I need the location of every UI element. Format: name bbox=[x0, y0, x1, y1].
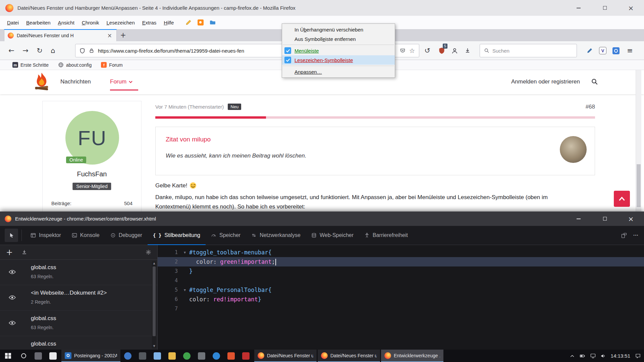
new-stylesheet-button[interactable]: + bbox=[6, 248, 13, 256]
tab-console[interactable]: Konsole bbox=[66, 226, 105, 245]
lock-icon[interactable] bbox=[89, 48, 94, 53]
fold-arrow-icon[interactable]: ▾ bbox=[180, 285, 189, 295]
notification-center-icon[interactable] bbox=[635, 353, 641, 358]
code-line[interactable]: 5 ▾ #toggle_PersonalToolbar{ bbox=[158, 285, 644, 295]
sidebar-scrollbar[interactable]: ▲ ▼ bbox=[152, 261, 156, 348]
edit-pencil-icon[interactable] bbox=[583, 44, 596, 57]
extension-v-icon[interactable]: V bbox=[596, 44, 609, 57]
scroll-to-top-button[interactable] bbox=[614, 191, 630, 207]
browser-scrollbar[interactable] bbox=[636, 70, 641, 212]
post-number[interactable]: #68 bbox=[586, 104, 595, 110]
taskbar-app-icon[interactable] bbox=[224, 350, 238, 362]
tab-close-icon[interactable]: × bbox=[106, 32, 113, 39]
maximize-button[interactable] bbox=[592, 212, 618, 226]
meatball-menu-icon[interactable]: ••• bbox=[634, 234, 639, 237]
stylesheet-item[interactable]: <in Webseite…Dokument #2> 2 Regeln. bbox=[0, 285, 157, 311]
code-line-active[interactable]: 2 color: green!important; bbox=[158, 257, 644, 266]
account-icon[interactable] bbox=[448, 44, 461, 57]
visibility-eye-icon[interactable] bbox=[9, 321, 16, 325]
back-button[interactable]: ← bbox=[5, 44, 18, 57]
taskbar-button-outlook[interactable]: O Posteingang - 2002An… bbox=[61, 350, 120, 362]
menu-item-move-to-overflow[interactable]: In Überhangmenü verschieben bbox=[282, 25, 395, 34]
username[interactable]: FuchsFan bbox=[43, 170, 141, 178]
taskbar-app-icon[interactable] bbox=[194, 350, 209, 362]
scroll-up-arrow[interactable]: ▲ bbox=[152, 262, 156, 265]
menu-ansicht[interactable]: Ansicht bbox=[54, 18, 78, 27]
quoted-user-avatar[interactable] bbox=[560, 136, 587, 163]
close-button[interactable]: × bbox=[618, 212, 644, 226]
tab-memory[interactable]: Speicher bbox=[206, 226, 246, 245]
volume-icon[interactable] bbox=[601, 353, 606, 358]
import-stylesheet-icon[interactable] bbox=[21, 249, 27, 255]
scrollbar-thumb[interactable] bbox=[153, 266, 156, 336]
menu-lesezeichen[interactable]: Lesezeichen bbox=[103, 18, 139, 27]
menu-hilfe[interactable]: Hilfe bbox=[160, 18, 177, 27]
site-nav-forum[interactable]: Forum bbox=[110, 78, 132, 85]
menu-item-remove-from-toolbar[interactable]: Aus Symbolleiste entfernen bbox=[282, 34, 395, 44]
maximize-button[interactable] bbox=[592, 0, 618, 16]
taskbar-app-icon[interactable] bbox=[179, 350, 194, 362]
taskbar-app-icon[interactable] bbox=[31, 350, 46, 362]
hamburger-menu-icon[interactable]: ≡ bbox=[623, 44, 637, 57]
menu-bearbeiten[interactable]: Bearbeiten bbox=[22, 18, 54, 27]
responsive-mode-icon[interactable] bbox=[621, 233, 627, 238]
code-line[interactable]: 7 bbox=[158, 304, 644, 313]
taskbar-app-icon[interactable] bbox=[150, 350, 165, 362]
taskbar-app-icon[interactable] bbox=[238, 350, 253, 362]
taskbar-app-icon[interactable] bbox=[135, 350, 150, 362]
orange-toolbar-icon[interactable] bbox=[198, 19, 204, 25]
campfire-logo[interactable] bbox=[33, 72, 50, 92]
tab-network[interactable]: Netzwerkanalyse bbox=[246, 226, 306, 245]
login-link[interactable]: Anmelden oder registrieren bbox=[511, 78, 580, 85]
visibility-eye-icon[interactable] bbox=[9, 295, 16, 300]
menu-chronik[interactable]: Chronik bbox=[78, 18, 103, 27]
forward-button[interactable]: → bbox=[19, 44, 32, 57]
folder-icon[interactable] bbox=[210, 19, 216, 25]
network-icon[interactable] bbox=[590, 353, 596, 358]
stylesheet-item[interactable]: global.css 63 Regeln. bbox=[0, 260, 157, 285]
menu-extras[interactable]: Extras bbox=[139, 18, 160, 27]
css-code-editor[interactable]: 1 ▾ #toggle_toolbar-menubar{ 2 color: gr… bbox=[158, 245, 644, 350]
taskbar-app-icon[interactable] bbox=[209, 350, 224, 362]
download-icon[interactable] bbox=[461, 44, 474, 57]
taskbar-button-devtools[interactable]: Entwicklerwerkzeuge … bbox=[381, 350, 443, 362]
history-icon[interactable]: ↺ bbox=[421, 44, 434, 57]
scrollbar-thumb[interactable] bbox=[637, 164, 641, 207]
code-line[interactable]: 6 color: red!important} bbox=[158, 295, 644, 304]
taskbar-button-firefox-2[interactable]: Datei/Neues Fenster u… bbox=[318, 350, 380, 362]
bookmark-forum[interactable]: f Forum bbox=[97, 62, 126, 68]
visibility-eye-icon[interactable] bbox=[9, 270, 16, 274]
posts-count[interactable]: 504 bbox=[124, 200, 132, 206]
minimize-button[interactable] bbox=[566, 212, 592, 226]
container-icon[interactable] bbox=[609, 44, 623, 57]
tracking-shield-icon[interactable] bbox=[79, 48, 85, 54]
tab-inspector[interactable]: Inspektor bbox=[25, 226, 66, 245]
bookmark-erste-schritte[interactable]: m Erste Schritte bbox=[9, 62, 52, 68]
tab-debugger[interactable]: Debugger bbox=[105, 226, 148, 245]
menu-item-customize[interactable]: Anpassen… bbox=[282, 67, 395, 76]
pencil-icon[interactable] bbox=[185, 19, 192, 25]
tab-style-editor[interactable]: { } Stilbearbeitung bbox=[148, 226, 206, 245]
stylesheet-item[interactable]: global.css bbox=[0, 336, 157, 350]
site-nav-nachrichten[interactable]: Nachrichten bbox=[60, 78, 91, 85]
search-input[interactable] bbox=[492, 48, 573, 54]
pick-element-button[interactable] bbox=[5, 229, 18, 242]
taskbar-clock[interactable]: 14:13:51 bbox=[611, 353, 630, 359]
taskbar-app-icon[interactable] bbox=[46, 350, 60, 362]
taskbar-app-icon[interactable] bbox=[120, 350, 135, 362]
code-line[interactable]: 3 } bbox=[158, 266, 644, 276]
code-line[interactable]: 1 ▾ #toggle_toolbar-menubar{ bbox=[158, 248, 644, 257]
bookmark-about-config[interactable]: about:config bbox=[54, 62, 95, 68]
home-button[interactable]: ⌂ bbox=[46, 44, 60, 57]
browser-tab[interactable]: Datei/Neues Fenster und H × bbox=[4, 29, 117, 41]
scroll-down-arrow[interactable]: ▼ bbox=[152, 345, 156, 348]
close-button[interactable]: × bbox=[618, 0, 644, 16]
reload-button[interactable]: ↻ bbox=[33, 44, 46, 57]
start-button[interactable] bbox=[0, 350, 16, 362]
taskbar-button-firefox-1[interactable]: Datei/Neues Fenster u… bbox=[254, 350, 317, 362]
quote-title[interactable]: Zitat von milupo bbox=[166, 136, 211, 143]
tab-storage[interactable]: Web-Speicher bbox=[306, 226, 359, 245]
minimize-button[interactable] bbox=[566, 0, 592, 16]
fold-arrow-icon[interactable]: ▾ bbox=[180, 248, 189, 257]
taskbar-app-icon[interactable] bbox=[165, 350, 179, 362]
